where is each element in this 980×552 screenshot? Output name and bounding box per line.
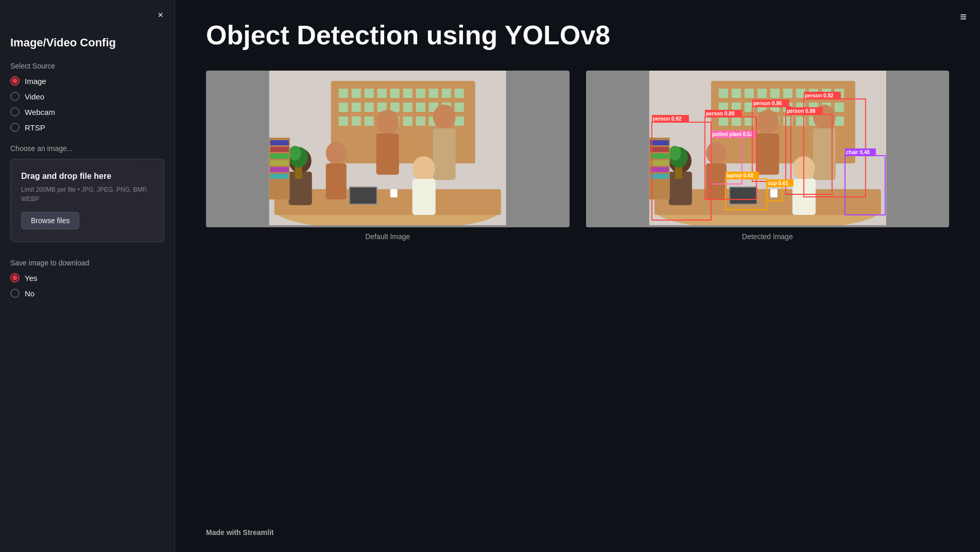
svg-text:person 0.92: person 0.92: [652, 116, 681, 122]
svg-rect-39: [376, 133, 399, 175]
svg-rect-3: [352, 89, 361, 98]
svg-rect-80: [731, 116, 741, 126]
svg-point-46: [289, 146, 301, 160]
svg-rect-17: [403, 103, 412, 112]
svg-rect-112: [650, 167, 668, 172]
radio-save-yes[interactable]: Yes: [10, 273, 164, 282]
svg-point-38: [376, 110, 399, 135]
svg-rect-13: [352, 103, 361, 112]
svg-point-36: [326, 142, 347, 164]
radio-label-image: Image: [25, 77, 46, 86]
svg-text:person 0.89: person 0.89: [706, 111, 734, 116]
svg-rect-14: [365, 103, 374, 112]
sidebar: × Image/Video Config Select Source Image…: [0, 0, 175, 552]
detected-image-wrapper: potted plant 0.52 person 0.86 person 0.9…: [586, 71, 950, 227]
svg-rect-105: [730, 188, 756, 204]
sidebar-title: Image/Video Config: [10, 36, 164, 49]
save-label: Save image to download: [10, 259, 164, 267]
svg-rect-52: [270, 147, 289, 152]
svg-rect-108: [650, 140, 668, 145]
svg-rect-28: [416, 116, 425, 126]
svg-rect-56: [270, 174, 289, 179]
page-title: Object Detection using YOLOv8: [206, 21, 949, 50]
footer-brand: Streamlit: [243, 528, 274, 537]
radio-circle-image: [10, 76, 20, 86]
svg-rect-109: [650, 147, 668, 152]
save-radio-group: Yes No: [10, 273, 164, 298]
svg-rect-7: [403, 89, 412, 98]
svg-point-40: [433, 105, 456, 129]
svg-rect-49: [390, 189, 398, 197]
svg-rect-88: [834, 116, 844, 126]
svg-text:person 0.86: person 0.86: [753, 101, 782, 106]
radio-label-no: No: [25, 289, 35, 298]
default-image-wrapper: [206, 71, 570, 227]
radio-video[interactable]: Video: [10, 92, 164, 101]
radio-circle-yes: [10, 273, 20, 282]
close-sidebar-button[interactable]: ×: [154, 8, 166, 22]
svg-rect-55: [270, 167, 289, 172]
footer-text-made-with: Made with: [206, 528, 243, 537]
svg-rect-111: [650, 160, 668, 165]
svg-rect-60: [731, 89, 741, 98]
upload-drag-label: Drag and drop file here: [21, 172, 153, 181]
svg-rect-62: [757, 89, 766, 98]
select-source-label: Select Source: [10, 62, 164, 70]
radio-label-rtsp: RTSP: [25, 123, 45, 132]
svg-rect-4: [365, 89, 374, 98]
svg-point-95: [756, 110, 779, 135]
svg-rect-64: [783, 89, 792, 98]
images-row: Default Image: [206, 71, 949, 241]
upload-dropzone[interactable]: Drag and drop file here Limit 200MB per …: [10, 159, 164, 242]
browse-files-button[interactable]: Browse files: [21, 212, 79, 229]
radio-circle-no: [10, 289, 20, 298]
footer: Made with Streamlit: [206, 513, 949, 537]
svg-rect-78: [834, 103, 844, 112]
svg-rect-41: [433, 128, 456, 180]
main-content: ≡ Object Detection using YOLOv8: [175, 0, 980, 552]
svg-rect-48: [350, 188, 376, 204]
svg-rect-43: [412, 179, 436, 215]
svg-rect-54: [270, 160, 289, 165]
svg-point-42: [412, 156, 435, 181]
radio-label-webcam: Webcam: [25, 108, 55, 116]
svg-rect-18: [416, 103, 425, 112]
svg-point-103: [668, 146, 681, 160]
svg-rect-51: [270, 140, 289, 145]
svg-text:person 0.92: person 0.92: [804, 93, 833, 98]
svg-rect-11: [455, 89, 464, 98]
svg-point-93: [706, 142, 726, 164]
radio-image[interactable]: Image: [10, 76, 164, 86]
svg-rect-113: [650, 174, 668, 179]
svg-rect-24: [365, 116, 374, 126]
radio-label-yes: Yes: [25, 274, 37, 282]
choose-image-label: Choose an image...: [10, 144, 164, 153]
svg-text:cup 0.61: cup 0.61: [767, 180, 788, 186]
svg-text:chair 0.48: chair 0.48: [846, 149, 870, 155]
svg-rect-79: [718, 116, 728, 126]
upload-hint: Limit 200MB per file • JPG, JPEG, PNG, B…: [21, 185, 153, 204]
svg-rect-6: [390, 89, 400, 98]
radio-circle-rtsp: [10, 123, 20, 132]
svg-rect-8: [416, 89, 425, 98]
svg-text:person 0.88: person 0.88: [786, 108, 815, 114]
radio-rtsp[interactable]: RTSP: [10, 123, 164, 132]
svg-rect-9: [429, 89, 438, 98]
svg-rect-106: [770, 189, 777, 197]
svg-rect-23: [352, 116, 361, 126]
radio-circle-webcam: [10, 107, 20, 116]
radio-webcam[interactable]: Webcam: [10, 107, 164, 116]
source-radio-group: Image Video Webcam RTSP: [10, 76, 164, 132]
svg-text:potted plant 0.52: potted plant 0.52: [712, 131, 753, 137]
svg-rect-22: [339, 116, 348, 126]
svg-rect-63: [770, 89, 779, 98]
svg-rect-37: [326, 163, 347, 199]
svg-rect-96: [756, 133, 779, 175]
svg-rect-21: [455, 103, 464, 112]
svg-rect-94: [706, 163, 726, 199]
radio-save-no[interactable]: No: [10, 289, 164, 298]
svg-rect-110: [650, 154, 668, 159]
svg-text:laptop 0.60: laptop 0.60: [726, 173, 753, 178]
detected-image-caption: Detected Image: [742, 232, 793, 241]
hamburger-menu-button[interactable]: ≡: [957, 8, 970, 26]
